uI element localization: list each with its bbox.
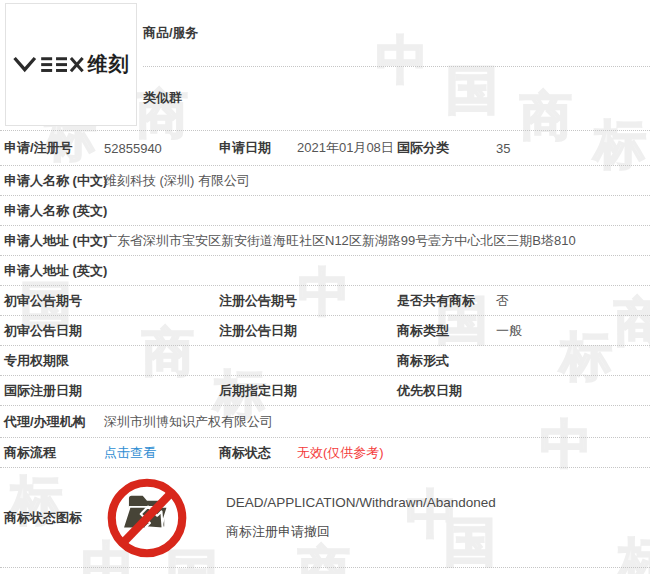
applicant-cn-value: 维刻科技 (深圳) 有限公司: [104, 166, 250, 195]
status-icon-row: 商标状态图标 DEAD/APPLICATION/Withdrawn/Abando…: [0, 468, 650, 568]
similar-group-label: 类似群: [143, 89, 182, 107]
app-date-value: 2021年01月08日: [297, 131, 394, 165]
status-value: 无效: [297, 444, 323, 462]
dead-status-icon: [104, 475, 190, 561]
reg-notice-no-label: 注册公告期号: [219, 286, 297, 315]
status-text-cn: 商标注册申请撤回: [226, 523, 496, 541]
intl-class-label: 国际分类: [397, 131, 449, 165]
field-row: 国际注册日期 后期指定日期 优先权日期: [0, 376, 650, 406]
field-row: 申请人地址 (中文) 广东省深圳市宝安区新安街道海旺社区N12区新湖路99号壹方…: [0, 226, 650, 256]
top-section: 维刻 商品/服务 类似群: [0, 0, 650, 131]
field-row: 申请人地址 (英文): [0, 256, 650, 286]
app-no-value: 52855940: [104, 131, 162, 165]
goods-services-label: 商品/服务: [143, 24, 199, 42]
trademark-image: 维刻: [5, 3, 137, 126]
tm-type-value: 一般: [496, 316, 522, 345]
status-icon-label: 商标状态图标: [4, 468, 82, 567]
field-row: 申请/注册号 52855940 申请日期 2021年01月08日 国际分类 35: [0, 131, 650, 166]
process-label: 商标流程: [4, 438, 56, 467]
exclusive-period-label: 专用权期限: [4, 346, 69, 375]
is-shared-value: 否: [496, 286, 509, 315]
applicant-en-label: 申请人名称 (英文): [4, 196, 107, 225]
tm-form-label: 商标形式: [397, 346, 449, 375]
agency-value: 深圳市圳博知识产权有限公司: [104, 406, 273, 437]
app-no-label: 申请/注册号: [4, 131, 73, 165]
intl-class-value: 35: [496, 131, 510, 165]
no-entry-folder-icon: [104, 475, 190, 561]
addr-cn-value: 广东省深圳市宝安区新安街道海旺社区N12区新湖路99号壹方中心北区三期B塔810: [104, 226, 576, 255]
status-note: (仅供参考): [323, 444, 384, 462]
intl-reg-date-label: 国际注册日期: [4, 376, 82, 405]
reg-notice-date-label: 注册公告日期: [219, 316, 297, 345]
addr-cn-label: 申请人地址 (中文): [4, 226, 107, 255]
first-trial-no-label: 初审公告期号: [4, 286, 82, 315]
view-process-link[interactable]: 点击查看: [104, 438, 156, 467]
trademark-detail-page: 中国商标商标国商标中国标商中标中国商中国标 维刻: [0, 0, 650, 574]
field-row: 代理/办理机构 深圳市圳博知识产权有限公司: [0, 406, 650, 438]
priority-date-label: 优先权日期: [397, 376, 462, 405]
app-date-label: 申请日期: [219, 131, 271, 165]
status-text-en: DEAD/APPLICATION/Withdrawn/Abandoned: [226, 495, 496, 510]
field-row: 专用权期限 商标形式: [0, 346, 650, 376]
tm-type-label: 商标类型: [397, 316, 449, 345]
field-row: 申请人名称 (中文) 维刻科技 (深圳) 有限公司: [0, 166, 650, 196]
status-label: 商标状态: [219, 438, 271, 467]
field-row: 初审公告日期 注册公告日期 商标类型 一般: [0, 316, 650, 346]
agency-label: 代理/办理机构: [4, 406, 86, 437]
is-shared-label: 是否共有商标: [397, 286, 475, 315]
applicant-cn-label: 申请人名称 (中文): [4, 166, 107, 195]
field-row: 初审公告期号 注册公告期号 是否共有商标 否: [0, 286, 650, 316]
later-designated-label: 后期指定日期: [219, 376, 297, 405]
field-row: 商标流程 点击查看 商标状态 无效(仅供参考): [0, 438, 650, 468]
goods-services-row: 商品/服务: [143, 0, 650, 67]
veex-logo-icon: [13, 54, 85, 76]
field-row: 申请人名称 (英文): [0, 196, 650, 226]
similar-group-row: 类似群: [143, 67, 650, 129]
first-trial-date-label: 初审公告日期: [4, 316, 82, 345]
logo-brand-name: 维刻: [88, 51, 130, 78]
addr-en-label: 申请人地址 (英文): [4, 256, 107, 285]
